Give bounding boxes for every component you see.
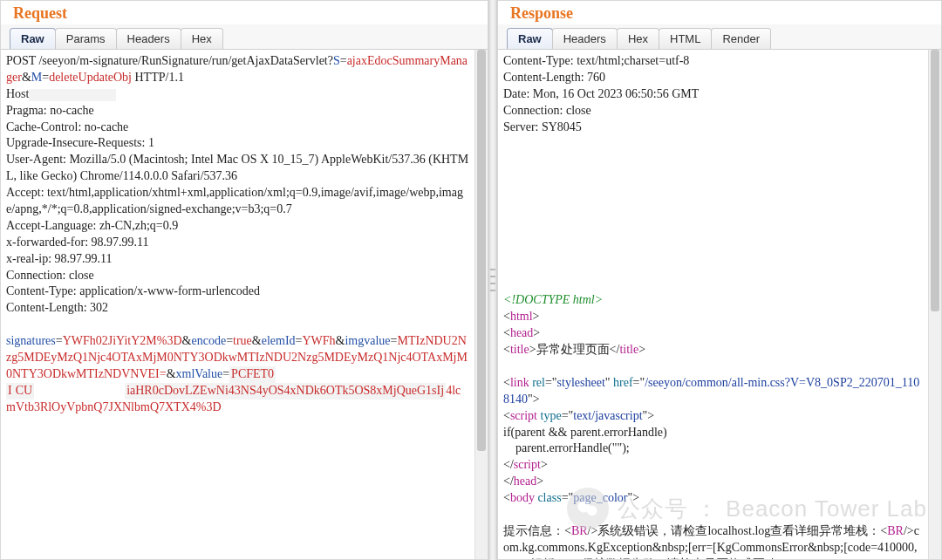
header-accept: Accept: text/html,application/xhtml+xml,… [6, 186, 463, 215]
request-scrollbar[interactable] [474, 50, 488, 559]
request-pane: Request Raw Params Headers Hex POST /see… [0, 0, 488, 560]
split-container: Request Raw Params Headers Hex POST /see… [0, 0, 942, 560]
resp-connection: Connection: close [503, 104, 591, 117]
attr-href: href [613, 376, 633, 389]
tab-raw[interactable]: Raw [10, 28, 56, 49]
tag-body-open: body [510, 491, 535, 504]
tab-headers[interactable]: Headers [116, 28, 181, 49]
header-pragma: Pragma: no-cache [6, 104, 94, 117]
tag-br1: BR [571, 524, 588, 537]
body-val-imgvalue-l3: Y3ODkwMTIzNDVNVEI= [29, 367, 167, 380]
body-val-elemid: YWFh [302, 334, 335, 347]
attr-type: type [541, 409, 562, 422]
request-title: Request [1, 1, 488, 24]
resp-date: Date: Mon, 16 Oct 2023 06:50:56 GMT [503, 87, 699, 100]
body-key-encode: encode [191, 334, 226, 347]
html-title-text: 异常处理页面 [536, 343, 610, 356]
param-key-s: S [333, 54, 340, 67]
tip-prefix: 提示信息： [503, 524, 564, 537]
amp: & [336, 334, 345, 347]
tag-script-close: script [514, 458, 541, 471]
response-pane: Response Raw Headers Hex HTML Render Con… [497, 0, 942, 560]
header-x-forwarded-for: x-forwarded-for: 98.97.99.11 [6, 236, 149, 249]
tag-head-close: head [514, 475, 536, 488]
http-path: /seeyon/m-signature/RunSignature/run/get… [38, 54, 332, 67]
tab-resp-headers[interactable]: Headers [552, 28, 618, 49]
header-connection: Connection: close [6, 269, 94, 282]
tab-resp-hex[interactable]: Hex [617, 28, 659, 49]
header-content-type: Content-Type: application/x-www-form-url… [6, 284, 260, 297]
attr-class-val: page_color [573, 491, 627, 504]
body-key-signatures: signatures [6, 334, 56, 347]
response-header-block: Content-Type: text/html;charset=utf-8 Co… [503, 53, 923, 135]
gt: > [533, 393, 540, 406]
param-val-m: deleteUpdateObj [49, 71, 132, 84]
body-key-elemid: elemId [262, 334, 296, 347]
header-x-real-ip: x-real-ip: 98.97.99.11 [6, 252, 113, 265]
tag-title-close: title [619, 343, 638, 356]
header-user-agent: User-Agent: Mozilla/5.0 (Macintosh; Inte… [6, 153, 468, 182]
body-val-encode: true [233, 334, 252, 347]
tag-link: link [510, 376, 529, 389]
body-val-signatures: YWFh02JiYitY2M%3D [63, 334, 182, 347]
tip-line1: 系统级错误，请检查localhost.log查看详细异常堆栈： [597, 524, 880, 537]
body-key-xmlvalue: xmlValue [176, 367, 223, 380]
body-val-xmlvalue-l2a: CU [14, 383, 34, 400]
tab-resp-raw[interactable]: Raw [507, 28, 553, 49]
scrollbar-thumb[interactable] [931, 50, 939, 311]
amp: & [252, 334, 262, 347]
request-raw-content[interactable]: POST /seeyon/m-signature/RunSignature/ru… [1, 50, 474, 559]
js-if-line: if(parent && parent.errorHandle) [503, 426, 667, 439]
html-doctype: <!DOCTYPE html> [503, 293, 603, 306]
body-val-xmlvalue-l1b: I [6, 383, 14, 400]
param-key-m: M [31, 71, 42, 84]
header-host-label: Host [6, 87, 29, 100]
http-method: POST [6, 54, 36, 67]
response-scrollbar[interactable] [928, 50, 941, 559]
amp: & [182, 334, 192, 347]
tab-params[interactable]: Params [55, 28, 117, 49]
response-title: Response [498, 1, 941, 24]
tag-br3: BR [796, 557, 813, 559]
tag-head-open: head [510, 326, 533, 339]
tag-script-open: script [510, 409, 537, 422]
js-call-line: parent.errorHandle(""); [503, 441, 630, 454]
resp-content-type: Content-Type: text/html;charset=utf-8 [503, 54, 689, 67]
tag-title-open: title [510, 343, 529, 356]
tag-html-open: html [510, 310, 533, 323]
attr-type-val: text/javascript [573, 409, 642, 422]
body-val-xmlvalue-l2b: iaHR0cDovLZEwNi43NS4yOS4xNDk6OTk5OS8xMjQ… [125, 383, 446, 400]
request-tabbar: Raw Params Headers Hex [1, 24, 488, 50]
response-raw-content[interactable]: Content-Type: text/html;charset=utf-8 Co… [498, 50, 928, 559]
response-tabbar: Raw Headers Hex HTML Render [498, 24, 941, 50]
tab-hex[interactable]: Hex [181, 28, 223, 49]
http-version: HTTP/1.1 [132, 71, 184, 84]
header-content-length: Content-Length: 302 [6, 301, 108, 314]
header-cache: Cache-Control: no-cache [6, 120, 128, 133]
attr-rel-val: stylesheet [557, 376, 605, 389]
amp: & [167, 367, 176, 380]
body-val-xmlvalue-l1: PCFET0 [229, 366, 276, 383]
body-key-imgvalue: imgvalue [345, 334, 390, 347]
redacted-host [29, 89, 116, 101]
split-divider[interactable] [488, 0, 497, 560]
tag-br2: BR [887, 524, 904, 537]
header-accept-language: Accept-Language: zh-CN,zh;q=0.9 [6, 219, 178, 232]
attr-rel: rel [532, 376, 545, 389]
tab-resp-render[interactable]: Render [711, 28, 771, 49]
scrollbar-thumb[interactable] [477, 50, 486, 451]
tab-resp-html[interactable]: HTML [659, 28, 712, 49]
header-upgrade: Upgrade-Insecure-Requests: 1 [6, 136, 154, 149]
resp-content-length: Content-Length: 760 [503, 71, 605, 84]
resp-server: Server: SY8045 [503, 120, 582, 133]
attr-class: class [537, 491, 561, 504]
